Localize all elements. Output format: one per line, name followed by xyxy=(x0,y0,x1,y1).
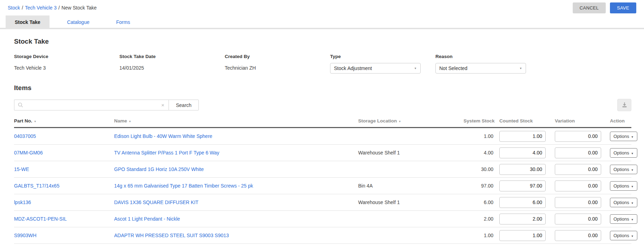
breadcrumb-separator: / xyxy=(57,5,61,11)
variation-input[interactable] xyxy=(555,164,601,175)
tab-catalogue[interactable]: Catalogue xyxy=(58,15,99,29)
table-row: 07MM-GM06 TV Antenna Splitter P/Pass 1 P… xyxy=(14,145,631,161)
storage-location-text: Bin 4A xyxy=(358,183,373,189)
part-no-link[interactable]: 07MM-GM06 xyxy=(14,150,43,156)
table-row: GALBTS_T17/14x65 14g x 65 mm Galvanised … xyxy=(14,178,631,194)
search-button[interactable]: Search xyxy=(169,100,199,110)
part-no-link[interactable]: lpsk136 xyxy=(14,200,31,205)
part-no-link[interactable]: MDZ-ASCOT1-PEN-SIL xyxy=(14,216,67,222)
variation-input[interactable] xyxy=(555,214,601,224)
field-value: Technician ZH xyxy=(225,65,323,71)
variation-input[interactable] xyxy=(555,131,601,142)
item-name-link[interactable]: TV Antenna Splitter P/Pass 1 Port F Type… xyxy=(114,150,219,156)
search-input[interactable] xyxy=(26,102,160,108)
top-bar: Stock/Tech Vehicle 3/New Stock Take CANC… xyxy=(0,0,644,15)
field-label: Type xyxy=(330,54,428,59)
chevron-down-icon: ▼ xyxy=(631,185,634,188)
cancel-button[interactable]: CANCEL xyxy=(573,2,606,13)
tab-forms[interactable]: Forms xyxy=(107,15,139,29)
breadcrumb: Stock/Tech Vehicle 3/New Stock Take xyxy=(8,5,97,11)
options-button[interactable]: Options▼ xyxy=(610,132,637,141)
clear-search-icon[interactable]: × xyxy=(160,102,165,108)
storage-location-text: Warehouse Shelf 1 xyxy=(358,150,400,156)
part-no-link[interactable]: S9903WH xyxy=(14,233,37,238)
field-type: Type Stock Adjustment ▼ xyxy=(330,54,435,74)
breadcrumb-link-tech-vehicle-3[interactable]: Tech Vehicle 3 xyxy=(25,5,57,11)
variation-input[interactable] xyxy=(555,230,601,241)
variation-input[interactable] xyxy=(555,197,601,208)
options-button[interactable]: Options▼ xyxy=(610,231,637,240)
counted-stock-input[interactable] xyxy=(499,214,546,224)
item-name-link[interactable]: Edison Light Bulb - 40W Warm White Spher… xyxy=(114,133,212,139)
options-button[interactable]: Options▼ xyxy=(610,165,637,174)
variation-input[interactable] xyxy=(555,147,601,158)
counted-stock-input[interactable] xyxy=(499,197,546,208)
counted-stock-input[interactable] xyxy=(499,230,546,241)
sort-caret-icon: ▾ xyxy=(129,120,131,123)
stock-take-page: Stock/Tech Vehicle 3/New Stock Take CANC… xyxy=(0,0,644,247)
system-stock-value: 1.00 xyxy=(484,233,493,238)
field-label: Created By xyxy=(225,54,323,59)
item-name-link[interactable]: DAVIS 1X36 SQUARE DIFFUSER KIT xyxy=(114,200,198,205)
options-button[interactable]: Options▼ xyxy=(610,198,637,207)
breadcrumb-link-stock[interactable]: Stock xyxy=(8,5,20,11)
item-name-link[interactable]: 14g x 65 mm Galvanised Type 17 Batten Ti… xyxy=(114,183,253,189)
counted-stock-input[interactable] xyxy=(499,164,546,175)
items-section-title: Items xyxy=(14,84,631,92)
tab-stock-take[interactable]: Stock Take xyxy=(6,15,50,29)
chevron-down-icon: ▼ xyxy=(631,135,634,139)
column-header-counted-stock: Counted Stock xyxy=(493,118,548,124)
options-button[interactable]: Options▼ xyxy=(610,181,637,191)
export-button[interactable] xyxy=(617,99,631,111)
variation-input[interactable] xyxy=(555,180,601,191)
search-row: × Search xyxy=(14,100,631,111)
stock-take-section-title: Stock Take xyxy=(14,38,631,45)
field-value: 14/01/2025 xyxy=(119,65,218,71)
table-header-row: Part No.▾ Name▾ Storage Location▾ System… xyxy=(14,118,631,128)
system-stock-value: 2.00 xyxy=(484,216,493,222)
system-stock-value: 4.00 xyxy=(484,150,493,156)
item-name-link[interactable]: ADAPTR WH PRESSED STEEL SUIT S9003 S9013 xyxy=(114,233,229,238)
options-button[interactable]: Options▼ xyxy=(610,148,637,158)
breadcrumb-separator: / xyxy=(20,5,25,11)
column-header-action: Action xyxy=(601,118,631,124)
part-no-link[interactable]: 15-WE xyxy=(14,166,29,172)
system-stock-value: 30.00 xyxy=(481,166,493,172)
column-header-name[interactable]: Name▾ xyxy=(114,118,358,124)
search-box: × xyxy=(14,100,169,110)
part-no-link[interactable]: 04037005 xyxy=(14,133,36,139)
field-reason: Reason Not Selected ▼ xyxy=(435,54,541,74)
chevron-down-icon: ▼ xyxy=(631,235,634,238)
breadcrumb-current: New Stock Take xyxy=(61,5,97,11)
save-button[interactable]: SAVE xyxy=(610,2,636,13)
column-header-part-no[interactable]: Part No.▾ xyxy=(14,118,114,124)
item-name-link[interactable]: GPO Standard 1G Horiz 10A 250V White xyxy=(114,166,204,172)
chevron-down-icon: ▼ xyxy=(631,169,634,172)
counted-stock-input[interactable] xyxy=(499,131,546,142)
field-label: Reason xyxy=(435,54,534,59)
reason-select[interactable]: Not Selected ▼ xyxy=(435,63,526,74)
field-created-by: Created By Technician ZH xyxy=(225,54,330,74)
part-no-link[interactable]: GALBTS_T17/14x65 xyxy=(14,183,59,189)
system-stock-value: 97.00 xyxy=(481,183,493,189)
table-row: MDZ-ASCOT1-PEN-SIL Ascot 1 Light Pendant… xyxy=(14,211,631,227)
column-header-variation: Variation xyxy=(548,118,601,124)
field-label: Storage Device xyxy=(14,54,112,59)
chevron-down-icon: ▼ xyxy=(414,67,417,70)
field-label: Stock Take Date xyxy=(119,54,218,59)
stock-take-fields: Storage Device Tech Vehicle 3 Stock Take… xyxy=(14,54,631,74)
options-button[interactable]: Options▼ xyxy=(610,214,637,224)
counted-stock-input[interactable] xyxy=(499,147,546,158)
system-stock-value: 1.00 xyxy=(484,133,493,139)
column-header-storage-location[interactable]: Storage Location▾ xyxy=(358,118,464,124)
type-select[interactable]: Stock Adjustment ▼ xyxy=(330,63,421,74)
system-stock-value: 6.00 xyxy=(484,200,493,205)
chevron-down-icon: ▼ xyxy=(519,67,522,70)
field-stock-take-date: Stock Take Date 14/01/2025 xyxy=(119,54,225,74)
item-name-link[interactable]: Ascot 1 Light Pendant - Nickle xyxy=(114,216,180,222)
table-row: 15-WE GPO Standard 1G Horiz 10A 250V Whi… xyxy=(14,161,631,178)
counted-stock-input[interactable] xyxy=(499,180,546,191)
table-row: 04037005 Edison Light Bulb - 40W Warm Wh… xyxy=(14,128,631,145)
type-select-value: Stock Adjustment xyxy=(334,65,372,71)
tab-bar: Stock Take Catalogue Forms xyxy=(0,15,644,29)
